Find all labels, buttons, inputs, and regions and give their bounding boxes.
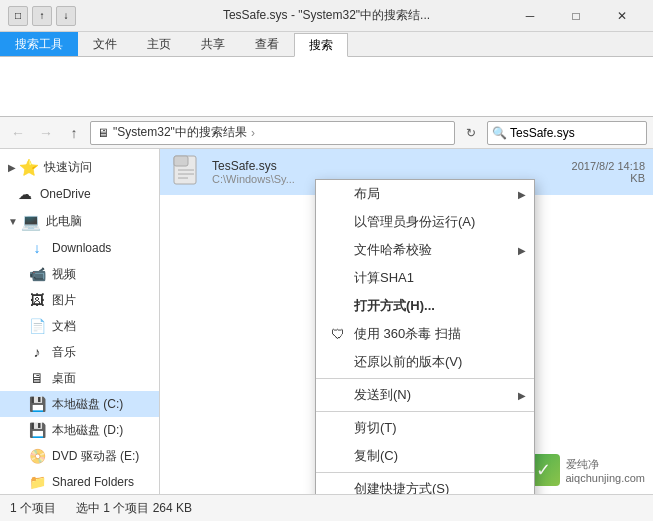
maximize-button[interactable]: □: [553, 0, 599, 32]
sidebar-label-desktop: 桌面: [52, 370, 76, 387]
sidebar-item-local-d[interactable]: 💾 本地磁盘 (D:): [0, 417, 159, 443]
sidebar-label-downloads: Downloads: [52, 241, 111, 255]
expand-arrow: ▶: [8, 162, 16, 173]
tab-file[interactable]: 文件: [78, 32, 132, 56]
sidebar-item-dvd-e[interactable]: 📀 DVD 驱动器 (E:): [0, 443, 159, 469]
downloads-icon: ↓: [28, 239, 46, 257]
file-size-value: KB: [572, 172, 645, 184]
file-date-value: 2017/8/2 14:18: [572, 160, 645, 172]
documents-icon: 📄: [28, 317, 46, 335]
ribbon: 搜索工具 文件 主页 共享 查看 搜索: [0, 32, 653, 117]
sidebar-item-videos[interactable]: 📹 视频: [0, 261, 159, 287]
videos-icon: 📹: [28, 265, 46, 283]
pictures-icon: 🖼: [28, 291, 46, 309]
sidebar-item-quick-access[interactable]: ▶ ⭐ 快速访问: [0, 153, 159, 181]
up-button[interactable]: ↑: [62, 121, 86, 145]
cm-divider-1: [316, 378, 534, 379]
onedrive-icon: ☁: [16, 185, 34, 203]
expand-arrow-pc: ▼: [8, 216, 18, 227]
status-selected: 选中 1 个项目 264 KB: [76, 500, 192, 517]
sidebar-label-onedrive: OneDrive: [40, 187, 91, 201]
cm-label-360: 使用 360杀毒 扫描: [354, 325, 461, 343]
cm-label-hash: 文件哈希校验: [354, 241, 432, 259]
cm-item-sha1[interactable]: 计算SHA1: [316, 264, 534, 292]
title-icon-1: □: [8, 6, 28, 26]
cm-label-copy: 复制(C): [354, 447, 398, 465]
sidebar-label-music: 音乐: [52, 344, 76, 361]
sidebar-item-desktop[interactable]: 🖥 桌面: [0, 365, 159, 391]
cm-divider-2: [316, 411, 534, 412]
tab-share[interactable]: 共享: [186, 32, 240, 56]
cm-item-send-to[interactable]: 发送到(N): [316, 381, 534, 409]
close-button[interactable]: ✕: [599, 0, 645, 32]
cm-label-restore: 还原以前的版本(V): [354, 353, 462, 371]
local-c-icon: 💾: [28, 395, 46, 413]
cm-item-restore[interactable]: 还原以前的版本(V): [316, 348, 534, 376]
breadcrumb-icon: 🖥: [97, 126, 109, 140]
context-menu: 布局 以管理员身份运行(A) 文件哈希校验 计算SHA1 打开方式(H)... …: [315, 179, 535, 494]
desktop-icon: 🖥: [28, 369, 46, 387]
tab-search[interactable]: 搜索: [294, 33, 348, 57]
cm-item-layout[interactable]: 布局: [316, 180, 534, 208]
breadcrumb-text: "System32"中的搜索结果: [113, 124, 247, 141]
cm-item-cut[interactable]: 剪切(T): [316, 414, 534, 442]
sidebar-label-pictures: 图片: [52, 292, 76, 309]
file-name-tessafe: TesSafe.sys: [212, 159, 572, 173]
address-bar: ← → ↑ 🖥 "System32"中的搜索结果 › ↻ 🔍 ✕: [0, 117, 653, 149]
cm-icon-360: 🛡: [328, 326, 348, 342]
cm-item-copy[interactable]: 复制(C): [316, 442, 534, 470]
sidebar-item-downloads[interactable]: ↓ Downloads: [0, 235, 159, 261]
cm-item-hash[interactable]: 文件哈希校验: [316, 236, 534, 264]
cm-divider-3: [316, 472, 534, 473]
title-bar-icons: □ ↑ ↓: [8, 6, 76, 26]
sidebar-item-pictures[interactable]: 🖼 图片: [0, 287, 159, 313]
sidebar-item-shared[interactable]: 📁 Shared Folders: [0, 469, 159, 494]
cm-label-send-to: 发送到(N): [354, 386, 411, 404]
content-area: TesSafe.sys C:\Windows\Sy... 2017/8/2 14…: [160, 149, 653, 494]
sidebar-item-local-c[interactable]: 💾 本地磁盘 (C:): [0, 391, 159, 417]
shared-icon: 📁: [28, 473, 46, 491]
title-icon-2: ↑: [32, 6, 52, 26]
sidebar-label-shared: Shared Folders: [52, 475, 134, 489]
sidebar-label-quick-access: 快速访问: [44, 159, 92, 176]
ribbon-tabs: 搜索工具 文件 主页 共享 查看 搜索: [0, 32, 653, 56]
pc-icon: 💻: [22, 212, 40, 230]
sidebar-label-documents: 文档: [52, 318, 76, 335]
cm-label-sha1: 计算SHA1: [354, 269, 414, 287]
search-input[interactable]: [510, 126, 653, 140]
svg-rect-1: [174, 156, 188, 166]
cm-label-create-shortcut: 创建快捷方式(S): [354, 480, 449, 494]
search-box: 🔍 ✕: [487, 121, 647, 145]
cm-item-create-shortcut[interactable]: 创建快捷方式(S): [316, 475, 534, 494]
ribbon-content: [0, 56, 653, 116]
back-button[interactable]: ←: [6, 121, 30, 145]
breadcrumb[interactable]: 🖥 "System32"中的搜索结果 ›: [90, 121, 455, 145]
local-d-icon: 💾: [28, 421, 46, 439]
sidebar-item-onedrive[interactable]: ☁ OneDrive: [0, 181, 159, 207]
sidebar-item-documents[interactable]: 📄 文档: [0, 313, 159, 339]
cm-label-run-admin: 以管理员身份运行(A): [354, 213, 475, 231]
sidebar-item-music[interactable]: ♪ 音乐: [0, 339, 159, 365]
music-icon: ♪: [28, 343, 46, 361]
cm-item-run-admin[interactable]: 以管理员身份运行(A): [316, 208, 534, 236]
search-icon: 🔍: [492, 126, 507, 140]
tab-home[interactable]: 主页: [132, 32, 186, 56]
sidebar-label-this-pc: 此电脑: [46, 213, 82, 230]
cm-label-layout: 布局: [354, 185, 380, 203]
sidebar-label-local-d: 本地磁盘 (D:): [52, 422, 123, 439]
window-controls: ─ □ ✕: [507, 0, 645, 32]
cm-item-open-with[interactable]: 打开方式(H)...: [316, 292, 534, 320]
tab-view[interactable]: 查看: [240, 32, 294, 56]
window-title: TesSafe.sys - "System32"中的搜索结...: [223, 7, 430, 24]
refresh-button[interactable]: ↻: [459, 121, 483, 145]
forward-button[interactable]: →: [34, 121, 58, 145]
title-bar: □ ↑ ↓ TesSafe.sys - "System32"中的搜索结... ─…: [0, 0, 653, 32]
cm-label-cut: 剪切(T): [354, 419, 397, 437]
cm-item-360-scan[interactable]: 🛡 使用 360杀毒 扫描: [316, 320, 534, 348]
minimize-button[interactable]: ─: [507, 0, 553, 32]
watermark: ✓ 爱纯净 aiqchunjing.com: [528, 454, 646, 486]
cm-label-open-with: 打开方式(H)...: [354, 297, 435, 315]
tab-search-tools[interactable]: 搜索工具: [0, 32, 78, 56]
sidebar-item-this-pc[interactable]: ▼ 💻 此电脑: [0, 207, 159, 235]
file-icon-tessafe: [168, 154, 204, 190]
